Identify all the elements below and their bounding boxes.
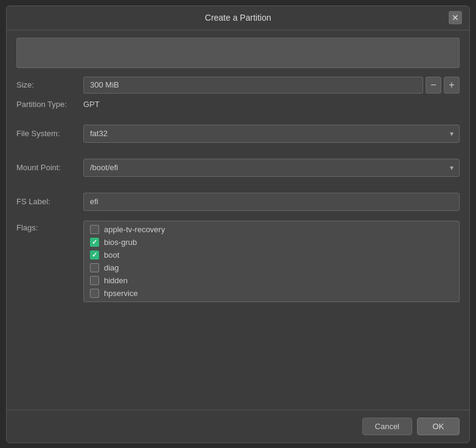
size-label: Size: bbox=[16, 80, 83, 89]
fs-label-input[interactable] bbox=[83, 193, 460, 211]
size-decrease-button[interactable]: − bbox=[426, 77, 441, 94]
partition-type-label: Partition Type: bbox=[16, 100, 83, 109]
mount-point-select[interactable]: /boot/efi /boot / /home swap bbox=[83, 159, 460, 177]
flag-checkbox[interactable] bbox=[90, 263, 99, 272]
mount-point-label: Mount Point: bbox=[16, 163, 83, 172]
flag-item[interactable]: hpservice bbox=[90, 289, 453, 298]
ok-button[interactable]: OK bbox=[417, 418, 460, 435]
fs-label-row: FS Label: bbox=[16, 193, 460, 211]
flag-checkbox[interactable] bbox=[90, 238, 99, 247]
flag-checkbox[interactable] bbox=[90, 276, 99, 285]
cancel-button[interactable]: Cancel bbox=[362, 418, 412, 435]
flag-name: hidden bbox=[104, 276, 128, 285]
dialog-body: Size: − + Partition Type: GPT File Syste… bbox=[7, 30, 469, 410]
flag-checkbox[interactable] bbox=[90, 250, 99, 260]
flag-item[interactable]: boot bbox=[90, 250, 453, 260]
flag-checkbox[interactable] bbox=[90, 225, 99, 234]
flag-name: bios-grub bbox=[104, 238, 137, 247]
flags-section: Flags: apple-tv-recoverybios-grubbootdia… bbox=[16, 221, 460, 302]
flags-label: Flags: bbox=[16, 221, 83, 232]
spacer-2 bbox=[16, 149, 460, 159]
mount-point-row: Mount Point: /boot/efi /boot / /home swa… bbox=[16, 159, 460, 177]
fs-label-label: FS Label: bbox=[16, 197, 83, 206]
spacer-3 bbox=[16, 183, 460, 193]
partition-preview bbox=[16, 38, 460, 68]
file-system-label: File System: bbox=[16, 129, 83, 138]
file-system-select[interactable]: fat32 ext4 btrfs xfs swap ntfs bbox=[83, 125, 460, 143]
flag-name: boot bbox=[104, 250, 119, 260]
flag-name: diag bbox=[104, 263, 119, 272]
flag-name: hpservice bbox=[104, 289, 138, 298]
flag-item[interactable]: hidden bbox=[90, 276, 453, 285]
partition-type-row: Partition Type: GPT bbox=[16, 100, 460, 109]
title-bar: Create a Partition ✕ bbox=[7, 6, 469, 30]
flags-list: apple-tv-recoverybios-grubbootdiaghidden… bbox=[83, 221, 460, 302]
size-control: − + bbox=[83, 77, 460, 94]
create-partition-dialog: Create a Partition ✕ Size: − + Partition… bbox=[6, 5, 470, 443]
file-system-wrapper: fat32 ext4 btrfs xfs swap ntfs ▾ bbox=[83, 125, 460, 143]
mount-point-wrapper: /boot/efi /boot / /home swap ▾ bbox=[83, 159, 460, 177]
size-increase-button[interactable]: + bbox=[444, 77, 460, 94]
partition-type-value: GPT bbox=[83, 100, 100, 109]
file-system-row: File System: fat32 ext4 btrfs xfs swap n… bbox=[16, 125, 460, 143]
spacer-1 bbox=[16, 115, 460, 125]
size-row: Size: − + bbox=[16, 77, 460, 94]
size-input[interactable] bbox=[83, 77, 423, 94]
close-button[interactable]: ✕ bbox=[449, 11, 462, 24]
flag-item[interactable]: apple-tv-recovery bbox=[90, 225, 453, 234]
dialog-footer: Cancel OK bbox=[7, 410, 469, 443]
flag-name: apple-tv-recovery bbox=[104, 225, 165, 234]
flag-item[interactable]: diag bbox=[90, 263, 453, 272]
flag-item[interactable]: bios-grub bbox=[90, 238, 453, 247]
dialog-title: Create a Partition bbox=[205, 13, 271, 22]
flag-checkbox[interactable] bbox=[90, 289, 99, 298]
